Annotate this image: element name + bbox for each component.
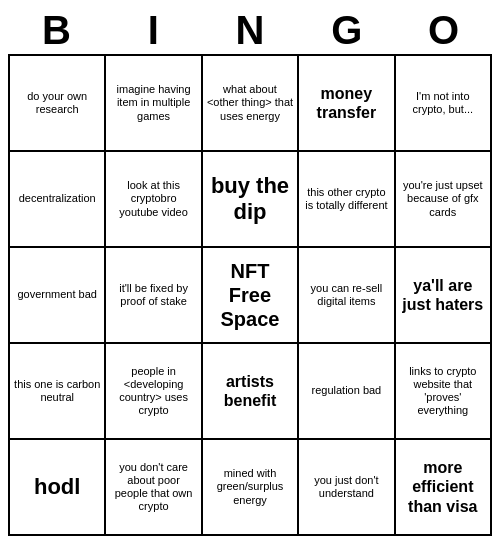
bingo-cell: do your own research bbox=[10, 56, 106, 152]
bingo-cell: you're just upset because of gfx cards bbox=[396, 152, 492, 248]
bingo-cell: what about <other thing> that uses energ… bbox=[203, 56, 299, 152]
bingo-cell: money transfer bbox=[299, 56, 395, 152]
bingo-cell: regulation bad bbox=[299, 344, 395, 440]
bingo-cell: imagine having item in multiple games bbox=[106, 56, 202, 152]
bingo-cell: I'm not into crypto, but... bbox=[396, 56, 492, 152]
bingo-cell: NFT Free Space bbox=[203, 248, 299, 344]
bingo-letter: N bbox=[202, 8, 299, 52]
bingo-cell: government bad bbox=[10, 248, 106, 344]
bingo-cell: hodl bbox=[10, 440, 106, 536]
bingo-cell: buy the dip bbox=[203, 152, 299, 248]
bingo-grid: do your own researchimagine having item … bbox=[8, 54, 492, 536]
bingo-cell: more efficient than visa bbox=[396, 440, 492, 536]
bingo-cell: it'll be fixed by proof of stake bbox=[106, 248, 202, 344]
bingo-letter: I bbox=[105, 8, 202, 52]
bingo-cell: you don't care about poor people that ow… bbox=[106, 440, 202, 536]
bingo-letter: B bbox=[8, 8, 105, 52]
bingo-cell: you can re-sell digital items bbox=[299, 248, 395, 344]
bingo-cell: ya'll are just haters bbox=[396, 248, 492, 344]
bingo-cell: decentralization bbox=[10, 152, 106, 248]
bingo-cell: you just don't understand bbox=[299, 440, 395, 536]
bingo-cell: links to crypto website that 'proves' ev… bbox=[396, 344, 492, 440]
bingo-header: BINGO bbox=[8, 8, 492, 52]
bingo-cell: this other crypto is totally different bbox=[299, 152, 395, 248]
bingo-cell: mined with green/surplus energy bbox=[203, 440, 299, 536]
bingo-cell: people in <developing country> uses cryp… bbox=[106, 344, 202, 440]
bingo-letter: G bbox=[298, 8, 395, 52]
bingo-cell: artists benefit bbox=[203, 344, 299, 440]
bingo-cell: this one is carbon neutral bbox=[10, 344, 106, 440]
bingo-cell: look at this cryptobro youtube video bbox=[106, 152, 202, 248]
bingo-letter: O bbox=[395, 8, 492, 52]
